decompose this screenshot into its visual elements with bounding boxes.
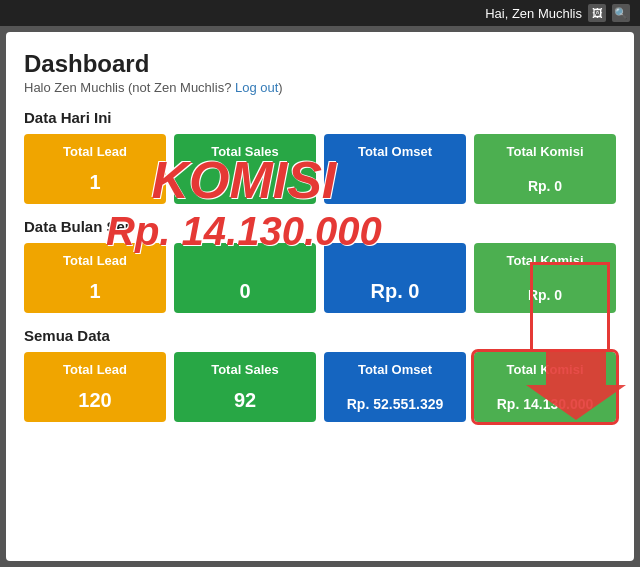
card-value: Rp. 0 <box>482 178 608 194</box>
card-value: Rp. 52.551.329 <box>332 396 458 412</box>
greeting-text: Halo Zen Muchlis (not Zen Muchlis? <box>24 80 231 95</box>
img-icon[interactable]: 🖼 <box>588 4 606 22</box>
topbar-greeting: Hai, Zen Muchlis <box>485 6 582 21</box>
svg-marker-0 <box>526 350 626 420</box>
card-value: 92 <box>182 389 308 412</box>
section-title-all: Semua Data <box>24 327 616 344</box>
card-label: Total Komisi <box>482 144 608 159</box>
card-today-komisi: Total Komisi Rp. 0 <box>474 134 616 204</box>
search-icon[interactable]: 🔍 <box>612 4 630 22</box>
greeting: Halo Zen Muchlis (not Zen Muchlis? Log o… <box>24 80 616 95</box>
card-label: Total Lead <box>32 362 158 377</box>
logout-link[interactable]: Log out <box>235 80 278 95</box>
page-title: Dashboard <box>24 50 616 78</box>
card-all-omset: Total Omset Rp. 52.551.329 <box>324 352 466 422</box>
arrow-down-svg <box>526 350 626 420</box>
main-content: Dashboard Halo Zen Muchlis (not Zen Much… <box>6 32 634 561</box>
card-value: 120 <box>32 389 158 412</box>
arrow-down-overlay <box>526 350 626 424</box>
komisi-title: KOMISI <box>106 152 382 209</box>
card-label: Total Sales <box>182 362 308 377</box>
komisi-amount: Rp. 14.130.000 <box>106 209 382 254</box>
card-label: Total Omset <box>332 362 458 377</box>
card-value: 1 <box>32 280 158 303</box>
arrow-box <box>530 262 610 352</box>
card-all-sales: Total Sales 92 <box>174 352 316 422</box>
card-all-lead: Total Lead 120 <box>24 352 166 422</box>
card-value: 0 <box>182 280 308 303</box>
topbar: Hai, Zen Muchlis 🖼 🔍 <box>0 0 640 26</box>
card-value: Rp. 0 <box>332 280 458 303</box>
section-title-today: Data Hari Ini <box>24 109 616 126</box>
komisi-overlay: KOMISI Rp. 14.130.000 <box>106 152 382 254</box>
card-label: Total Lead <box>32 253 158 268</box>
